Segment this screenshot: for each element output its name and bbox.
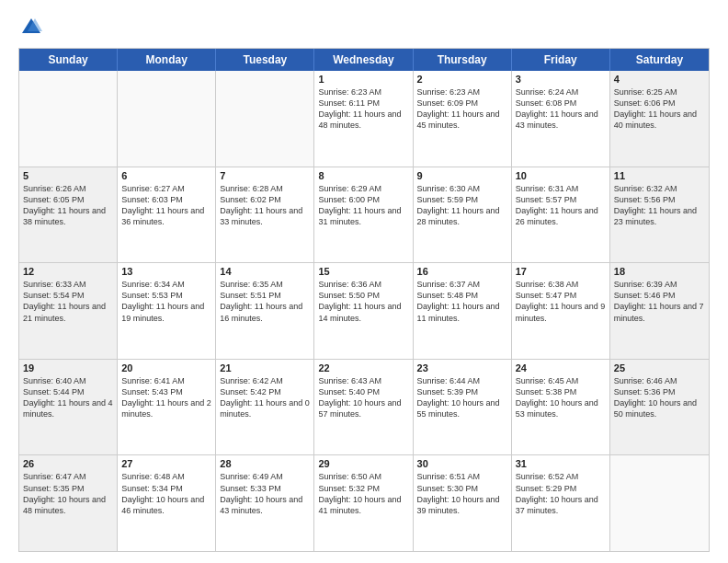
day-number: 20 (121, 362, 211, 373)
day-number: 4 (614, 74, 705, 85)
header-cell-friday: Friday (512, 49, 610, 71)
day-number: 29 (318, 458, 408, 469)
day-number: 17 (516, 266, 606, 277)
day-number: 18 (614, 266, 705, 277)
day-info: Sunrise: 6:49 AM Sunset: 5:33 PM Dayligh… (220, 471, 310, 516)
day-number: 8 (318, 170, 408, 181)
day-number: 2 (417, 74, 507, 85)
day-number: 21 (220, 362, 310, 373)
day-number: 15 (318, 266, 408, 277)
calendar-row: 19Sunrise: 6:40 AM Sunset: 5:44 PM Dayli… (19, 359, 709, 455)
calendar-cell: 20Sunrise: 6:41 AM Sunset: 5:43 PM Dayli… (118, 360, 216, 455)
calendar-cell: 15Sunrise: 6:36 AM Sunset: 5:50 PM Dayli… (314, 263, 413, 359)
calendar-cell: 11Sunrise: 6:32 AM Sunset: 5:56 PM Dayli… (610, 167, 709, 263)
day-number: 16 (417, 266, 507, 277)
calendar-cell: 23Sunrise: 6:44 AM Sunset: 5:39 PM Dayli… (414, 360, 512, 455)
day-info: Sunrise: 6:33 AM Sunset: 5:54 PM Dayligh… (23, 279, 113, 324)
day-info: Sunrise: 6:48 AM Sunset: 5:34 PM Dayligh… (121, 471, 211, 516)
day-number: 9 (417, 170, 507, 181)
calendar-cell: 22Sunrise: 6:43 AM Sunset: 5:40 PM Dayli… (314, 360, 413, 455)
calendar-cell: 28Sunrise: 6:49 AM Sunset: 5:33 PM Dayli… (216, 455, 314, 551)
day-number: 30 (417, 458, 507, 469)
calendar-cell: 10Sunrise: 6:31 AM Sunset: 5:57 PM Dayli… (512, 167, 610, 263)
calendar-cell: 31Sunrise: 6:52 AM Sunset: 5:29 PM Dayli… (512, 455, 610, 551)
calendar-cell: 6Sunrise: 6:27 AM Sunset: 6:03 PM Daylig… (118, 167, 216, 263)
calendar-row: 26Sunrise: 6:47 AM Sunset: 5:35 PM Dayli… (19, 454, 709, 551)
day-info: Sunrise: 6:31 AM Sunset: 5:57 PM Dayligh… (516, 183, 606, 228)
day-info: Sunrise: 6:26 AM Sunset: 6:05 PM Dayligh… (23, 183, 113, 228)
header-cell-saturday: Saturday (610, 49, 709, 71)
day-info: Sunrise: 6:44 AM Sunset: 5:39 PM Dayligh… (417, 375, 507, 420)
day-info: Sunrise: 6:27 AM Sunset: 6:03 PM Dayligh… (121, 183, 211, 228)
calendar-cell: 17Sunrise: 6:38 AM Sunset: 5:47 PM Dayli… (512, 263, 610, 359)
logo (18, 15, 48, 40)
calendar: SundayMondayTuesdayWednesdayThursdayFrid… (18, 48, 710, 552)
day-number: 25 (614, 362, 705, 373)
day-number: 28 (220, 458, 310, 469)
day-info: Sunrise: 6:46 AM Sunset: 5:36 PM Dayligh… (614, 375, 705, 420)
calendar-cell: 16Sunrise: 6:37 AM Sunset: 5:48 PM Dayli… (414, 263, 512, 359)
day-number: 24 (516, 362, 606, 373)
day-number: 13 (121, 266, 211, 277)
day-info: Sunrise: 6:25 AM Sunset: 6:06 PM Dayligh… (614, 86, 705, 132)
calendar-cell: 18Sunrise: 6:39 AM Sunset: 5:46 PM Dayli… (610, 263, 709, 359)
day-number: 14 (220, 266, 310, 277)
calendar-cell: 13Sunrise: 6:34 AM Sunset: 5:53 PM Dayli… (118, 263, 216, 359)
day-info: Sunrise: 6:42 AM Sunset: 5:42 PM Dayligh… (220, 375, 310, 420)
day-info: Sunrise: 6:43 AM Sunset: 5:40 PM Dayligh… (318, 375, 408, 420)
day-info: Sunrise: 6:41 AM Sunset: 5:43 PM Dayligh… (121, 375, 211, 420)
calendar-cell: 9Sunrise: 6:30 AM Sunset: 5:59 PM Daylig… (414, 167, 512, 263)
day-number: 1 (318, 74, 408, 85)
calendar-row: 12Sunrise: 6:33 AM Sunset: 5:54 PM Dayli… (19, 262, 709, 359)
calendar-body: 1Sunrise: 6:23 AM Sunset: 6:11 PM Daylig… (19, 71, 709, 551)
day-number: 7 (220, 170, 310, 181)
calendar-cell (216, 71, 314, 167)
day-info: Sunrise: 6:34 AM Sunset: 5:53 PM Dayligh… (121, 279, 211, 324)
calendar-cell: 29Sunrise: 6:50 AM Sunset: 5:32 PM Dayli… (314, 455, 413, 551)
day-number: 6 (121, 170, 211, 181)
day-number: 10 (516, 170, 606, 181)
page: SundayMondayTuesdayWednesdayThursdayFrid… (0, 0, 728, 563)
day-info: Sunrise: 6:23 AM Sunset: 6:09 PM Dayligh… (417, 86, 507, 132)
day-number: 27 (121, 458, 211, 469)
day-info: Sunrise: 6:47 AM Sunset: 5:35 PM Dayligh… (23, 471, 113, 516)
calendar-cell (118, 71, 216, 167)
day-number: 5 (23, 170, 113, 181)
day-info: Sunrise: 6:39 AM Sunset: 5:46 PM Dayligh… (614, 279, 705, 324)
day-info: Sunrise: 6:50 AM Sunset: 5:32 PM Dayligh… (318, 471, 408, 516)
calendar-cell: 12Sunrise: 6:33 AM Sunset: 5:54 PM Dayli… (19, 263, 118, 359)
calendar-cell: 21Sunrise: 6:42 AM Sunset: 5:42 PM Dayli… (216, 360, 314, 455)
calendar-cell: 14Sunrise: 6:35 AM Sunset: 5:51 PM Dayli… (216, 263, 314, 359)
day-info: Sunrise: 6:24 AM Sunset: 6:08 PM Dayligh… (516, 86, 606, 132)
day-number: 22 (318, 362, 408, 373)
day-info: Sunrise: 6:30 AM Sunset: 5:59 PM Dayligh… (417, 183, 507, 228)
day-info: Sunrise: 6:32 AM Sunset: 5:56 PM Dayligh… (614, 183, 705, 228)
header-cell-sunday: Sunday (19, 49, 118, 71)
day-info: Sunrise: 6:29 AM Sunset: 6:00 PM Dayligh… (318, 183, 408, 228)
day-info: Sunrise: 6:35 AM Sunset: 5:51 PM Dayligh… (220, 279, 310, 324)
calendar-cell: 25Sunrise: 6:46 AM Sunset: 5:36 PM Dayli… (610, 360, 709, 455)
calendar-cell: 5Sunrise: 6:26 AM Sunset: 6:05 PM Daylig… (19, 167, 118, 263)
day-info: Sunrise: 6:36 AM Sunset: 5:50 PM Dayligh… (318, 279, 408, 324)
day-number: 23 (417, 362, 507, 373)
day-number: 19 (23, 362, 113, 373)
calendar-cell: 3Sunrise: 6:24 AM Sunset: 6:08 PM Daylig… (512, 71, 610, 167)
day-number: 11 (614, 170, 705, 181)
day-number: 31 (516, 458, 606, 469)
day-number: 26 (23, 458, 113, 469)
calendar-cell: 19Sunrise: 6:40 AM Sunset: 5:44 PM Dayli… (19, 360, 118, 455)
calendar-cell: 27Sunrise: 6:48 AM Sunset: 5:34 PM Dayli… (118, 455, 216, 551)
calendar-row: 1Sunrise: 6:23 AM Sunset: 6:11 PM Daylig… (19, 71, 709, 167)
day-number: 3 (516, 74, 606, 85)
header-cell-wednesday: Wednesday (314, 49, 413, 71)
calendar-cell: 1Sunrise: 6:23 AM Sunset: 6:11 PM Daylig… (314, 71, 413, 167)
day-info: Sunrise: 6:52 AM Sunset: 5:29 PM Dayligh… (516, 471, 606, 516)
day-info: Sunrise: 6:40 AM Sunset: 5:44 PM Dayligh… (23, 375, 113, 420)
calendar-cell: 26Sunrise: 6:47 AM Sunset: 5:35 PM Dayli… (19, 455, 118, 551)
calendar-cell: 4Sunrise: 6:25 AM Sunset: 6:06 PM Daylig… (610, 71, 709, 167)
calendar-cell: 8Sunrise: 6:29 AM Sunset: 6:00 PM Daylig… (314, 167, 413, 263)
day-number: 12 (23, 266, 113, 277)
calendar-cell (19, 71, 118, 167)
calendar-cell: 2Sunrise: 6:23 AM Sunset: 6:09 PM Daylig… (414, 71, 512, 167)
calendar-cell: 7Sunrise: 6:28 AM Sunset: 6:02 PM Daylig… (216, 167, 314, 263)
